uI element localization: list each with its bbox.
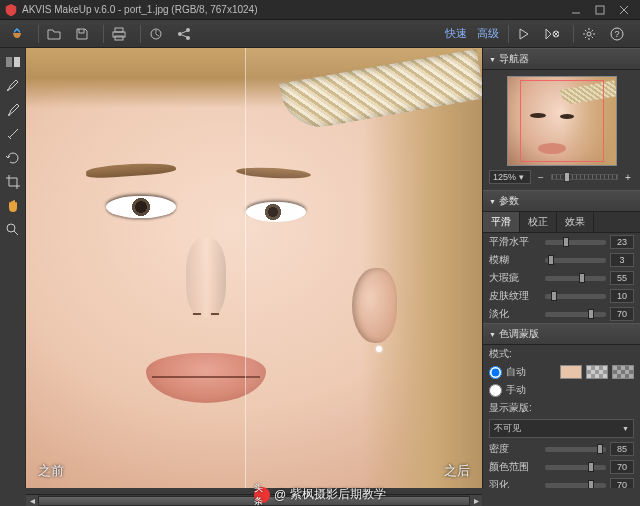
mask-swatch-2[interactable] xyxy=(612,365,634,379)
open-button[interactable] xyxy=(43,23,65,45)
svg-rect-1 xyxy=(596,6,604,14)
hand-tool[interactable] xyxy=(3,196,23,216)
run-button[interactable] xyxy=(513,23,535,45)
params-header[interactable]: ▼参数 xyxy=(483,190,640,212)
before-after-tool[interactable] xyxy=(3,52,23,72)
blur-slider[interactable] xyxy=(545,258,606,263)
brush-tool[interactable] xyxy=(3,76,23,96)
smoothing-value[interactable]: 23 xyxy=(610,235,634,249)
tab-correct[interactable]: 校正 xyxy=(520,212,557,232)
minimize-button[interactable] xyxy=(564,2,588,18)
skin-texture-value[interactable]: 10 xyxy=(610,289,634,303)
color-range-slider[interactable] xyxy=(545,465,606,470)
save-button[interactable] xyxy=(71,23,93,45)
navigator-header[interactable]: ▼导航器 xyxy=(483,48,640,70)
mask-mode-manual-radio[interactable] xyxy=(489,384,502,397)
close-button[interactable] xyxy=(612,2,636,18)
zoom-tool[interactable] xyxy=(3,220,23,240)
before-label: 之前 xyxy=(38,462,64,480)
scroll-right-icon[interactable]: ▸ xyxy=(470,495,482,507)
large-details-value[interactable]: 55 xyxy=(610,271,634,285)
show-mask-select[interactable]: 不可见▼ xyxy=(489,419,634,438)
mode-advanced-link[interactable]: 高级 xyxy=(477,26,499,41)
tab-effect[interactable]: 效果 xyxy=(557,212,594,232)
density-value[interactable]: 85 xyxy=(610,442,634,456)
navigator-preview[interactable] xyxy=(507,76,617,166)
history-brush-tool[interactable] xyxy=(3,148,23,168)
auto-run-button[interactable] xyxy=(541,23,563,45)
right-panel: ▼导航器 125% ▾ − + ▼参数 平滑 校正 效果 平滑水平23 模糊3 … xyxy=(482,48,640,488)
lighten-slider[interactable] xyxy=(545,312,606,317)
app-logo-icon xyxy=(4,3,18,17)
smoothing-slider[interactable] xyxy=(545,240,606,245)
settings-button[interactable] xyxy=(578,23,600,45)
large-details-label: 大瑕疵 xyxy=(489,271,541,285)
lighten-value[interactable]: 70 xyxy=(610,307,634,321)
svg-rect-16 xyxy=(14,57,20,67)
large-details-slider[interactable] xyxy=(545,276,606,281)
home-button[interactable] xyxy=(6,23,28,45)
skin-texture-slider[interactable] xyxy=(545,294,606,299)
zoom-slider[interactable] xyxy=(551,174,618,180)
share-button[interactable] xyxy=(173,23,195,45)
window-title: AKVIS MakeUp v.6.0 - port_1.jpg (RGB/8, … xyxy=(22,4,564,15)
svg-rect-4 xyxy=(115,28,123,32)
crop-tool[interactable] xyxy=(3,172,23,192)
lighten-label: 淡化 xyxy=(489,307,541,321)
eraser-tool[interactable] xyxy=(3,100,23,120)
svg-point-12 xyxy=(587,32,591,36)
print-button[interactable] xyxy=(108,23,130,45)
main-toolbar: 快速 高级 ? xyxy=(0,20,640,48)
blur-value[interactable]: 3 xyxy=(610,253,634,267)
feather-slider[interactable] xyxy=(545,483,606,488)
density-slider[interactable] xyxy=(545,447,606,452)
svg-text:?: ? xyxy=(614,29,619,39)
color-range-label: 颜色范围 xyxy=(489,460,541,474)
horizontal-scrollbar[interactable]: ◂ ▸ xyxy=(26,494,482,506)
mask-swatch-1[interactable] xyxy=(586,365,608,379)
svg-rect-15 xyxy=(6,57,12,67)
tab-smooth[interactable]: 平滑 xyxy=(483,212,520,232)
mask-header[interactable]: ▼色调蒙版 xyxy=(483,323,640,345)
svg-point-17 xyxy=(8,114,10,116)
batch-button[interactable] xyxy=(145,23,167,45)
before-after-divider[interactable] xyxy=(245,48,246,488)
blur-label: 模糊 xyxy=(489,253,541,267)
scroll-left-icon[interactable]: ◂ xyxy=(26,495,38,507)
smoothing-label: 平滑水平 xyxy=(489,235,541,249)
smudge-tool[interactable] xyxy=(3,124,23,144)
svg-point-18 xyxy=(7,224,15,232)
density-label: 密度 xyxy=(489,442,541,456)
feather-value[interactable]: 70 xyxy=(610,478,634,488)
left-toolbox xyxy=(0,48,26,488)
maximize-button[interactable] xyxy=(588,2,612,18)
mask-mode-auto-radio[interactable] xyxy=(489,366,502,379)
color-range-value[interactable]: 70 xyxy=(610,460,634,474)
zoom-select[interactable]: 125% ▾ xyxy=(489,170,531,184)
after-label: 之后 xyxy=(444,462,470,480)
preview-canvas[interactable]: 之前 之后 xyxy=(26,48,482,488)
skin-texture-label: 皮肤纹理 xyxy=(489,289,541,303)
titlebar: AKVIS MakeUp v.6.0 - port_1.jpg (RGB/8, … xyxy=(0,0,640,20)
mask-mode-label: 模式: xyxy=(483,345,640,363)
show-mask-label: 显示蒙版: xyxy=(483,399,640,417)
feather-label: 羽化 xyxy=(489,478,541,488)
skin-swatch[interactable] xyxy=(560,365,582,379)
mode-quick-link[interactable]: 快速 xyxy=(445,26,467,41)
help-button[interactable]: ? xyxy=(606,23,628,45)
zoom-in-icon[interactable]: + xyxy=(622,171,634,183)
svg-point-8 xyxy=(178,32,182,36)
zoom-out-icon[interactable]: − xyxy=(535,171,547,183)
